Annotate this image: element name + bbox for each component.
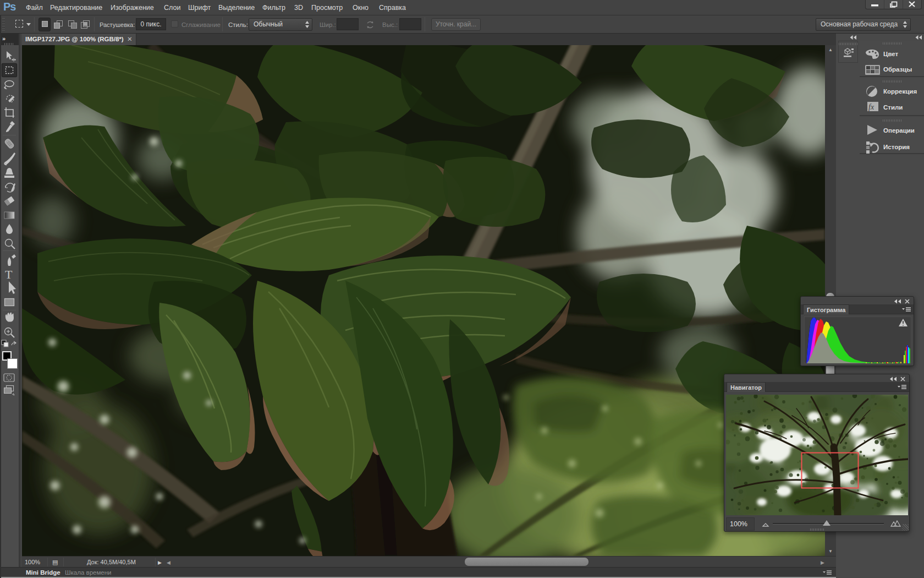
svg-text:T: T: [5, 268, 13, 281]
svg-text:fx: fx: [868, 103, 875, 111]
